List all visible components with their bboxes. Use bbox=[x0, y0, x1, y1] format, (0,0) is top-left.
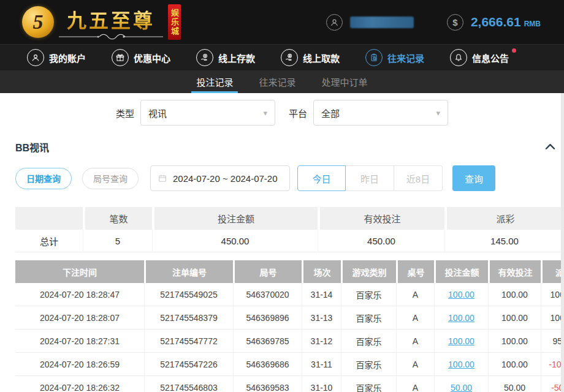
user-avatar-icon[interactable] bbox=[326, 14, 343, 31]
summary-header-row: 笔数 投注金额 有效投注 派彩 bbox=[15, 207, 564, 230]
col-order-id: 注单编号 bbox=[144, 260, 233, 283]
calendar-icon bbox=[158, 173, 167, 183]
nav-label: 信息公告 bbox=[472, 51, 509, 64]
bet-amount-link[interactable]: 50.00 bbox=[434, 376, 488, 392]
quick-today-button[interactable]: 今日 bbox=[297, 165, 346, 191]
wallet-balance[interactable]: 2,666.61 RMB bbox=[471, 15, 541, 29]
quick-range-group: 今日 昨日 近8日 bbox=[297, 165, 443, 191]
tab-label: 处理中订单 bbox=[322, 75, 368, 88]
main-nav: 我的账户 优惠中心 线上存款 线上取款 往来记录 bbox=[0, 44, 564, 70]
bet-amount-link[interactable]: 100.00 bbox=[434, 353, 488, 376]
nav-item-withdraw[interactable]: 线上取款 bbox=[281, 49, 340, 66]
date-range-input[interactable]: 2024-07-20 ~ 2024-07-20 bbox=[150, 165, 290, 191]
col-bet-amount: 投注金额 bbox=[434, 260, 488, 283]
nav-item-my-account[interactable]: 我的账户 bbox=[27, 49, 86, 66]
nav-label: 往来记录 bbox=[387, 51, 424, 64]
sub-tab-bar: 投注记录 往来记录 处理中订单 bbox=[0, 70, 564, 93]
summary-header-empty bbox=[15, 207, 83, 230]
summary-total-label: 总计 bbox=[15, 230, 83, 252]
table-row: 2024-07-20 18:28:07 521745548379 5463698… bbox=[15, 306, 564, 330]
nav-item-promotions[interactable]: 优惠中心 bbox=[112, 49, 170, 66]
round-query-button[interactable]: 局号查询 bbox=[82, 168, 139, 189]
platform-filter-label: 平台 bbox=[289, 107, 307, 119]
nav-label: 线上存款 bbox=[218, 51, 255, 64]
tab-transactions[interactable]: 往来记录 bbox=[256, 70, 298, 93]
records-header-row: 下注时间 注单编号 局号 场次 游戏类别 桌号 投注金额 有效投注 派彩 bbox=[15, 260, 564, 283]
username-redacted bbox=[350, 17, 414, 28]
type-select-value: 视讯 bbox=[148, 107, 167, 119]
col-game-type: 游戏类别 bbox=[341, 260, 396, 283]
flourish-ornament-icon bbox=[59, 34, 163, 40]
date-query-button[interactable]: 日期查询 bbox=[15, 168, 72, 189]
platform-select[interactable]: 全部 ▾ bbox=[313, 100, 448, 126]
filter-row: 类型 视讯 ▾ 平台 全部 ▾ bbox=[0, 93, 564, 126]
quick-yesterday-button[interactable]: 昨日 bbox=[346, 165, 394, 191]
summary-header-count: 笔数 bbox=[83, 207, 152, 230]
type-filter-label: 类型 bbox=[116, 107, 134, 119]
platform-select-value: 全部 bbox=[321, 107, 340, 119]
gift-icon bbox=[112, 49, 129, 66]
site-logo[interactable]: 5 九五至尊 娱乐城 bbox=[22, 4, 181, 40]
quick-8days-button[interactable]: 近8日 bbox=[394, 165, 443, 191]
collapse-chevron-up-icon[interactable] bbox=[545, 141, 555, 153]
records-icon bbox=[365, 49, 383, 66]
nav-item-deposit[interactable]: 线上存款 bbox=[196, 49, 255, 66]
section-title: BB视讯 bbox=[15, 140, 49, 154]
summary-header-payout: 派彩 bbox=[444, 207, 564, 230]
summary-header-bet-amount: 投注金额 bbox=[152, 207, 318, 230]
col-session: 场次 bbox=[302, 260, 341, 283]
table-row: 2024-07-20 18:28:47 521745549025 5463700… bbox=[15, 283, 564, 306]
tab-bet-records[interactable]: 投注记录 bbox=[194, 70, 235, 93]
bell-icon bbox=[450, 49, 467, 66]
query-toolbar: 日期查询 局号查询 2024-07-20 ~ 2024-07-20 今日 昨日 … bbox=[15, 165, 549, 191]
bet-amount-link[interactable]: 100.00 bbox=[434, 306, 488, 330]
withdraw-icon bbox=[281, 49, 298, 66]
table-row: 2024-07-20 18:26:59 521745547226 5463696… bbox=[15, 353, 564, 376]
col-table-no: 桌号 bbox=[396, 260, 434, 283]
tab-label: 往来记录 bbox=[259, 75, 295, 88]
balance-currency: RMB bbox=[524, 20, 541, 28]
caret-down-icon: ▾ bbox=[436, 108, 440, 118]
col-valid-bet: 有效投注 bbox=[488, 260, 541, 283]
brand-badge: 娱乐城 bbox=[168, 4, 181, 40]
nav-label: 优惠中心 bbox=[134, 51, 170, 64]
tab-label: 投注记录 bbox=[196, 75, 233, 88]
table-row: 2024-07-20 18:27:31 521745547772 5463697… bbox=[15, 330, 564, 353]
page: 5 九五至尊 娱乐城 $ 2,666.61 bbox=[0, 0, 564, 392]
balance-amount: 2,666.61 bbox=[471, 15, 521, 29]
col-round-id: 局号 bbox=[233, 260, 302, 283]
bet-amount-link[interactable]: 100.00 bbox=[434, 330, 488, 353]
nav-label: 线上取款 bbox=[303, 51, 340, 64]
top-bar: 5 九五至尊 娱乐城 $ 2,666.61 bbox=[0, 0, 564, 44]
summary-header-valid-bet: 有效投注 bbox=[318, 207, 444, 230]
notification-dot bbox=[512, 48, 516, 53]
summary-total-row: 总计 5 450.00 450.00 145.00 bbox=[15, 230, 564, 252]
table-row: 2024-07-20 18:26:32 521745546803 5463695… bbox=[15, 376, 564, 392]
brand-name: 九五至尊 bbox=[67, 5, 155, 33]
summary-total-valid: 450.00 bbox=[318, 230, 444, 252]
nav-label: 我的账户 bbox=[49, 51, 86, 64]
type-select[interactable]: 视讯 ▾ bbox=[140, 100, 275, 126]
tab-active-underline bbox=[191, 91, 238, 93]
search-button[interactable]: 查询 bbox=[452, 165, 495, 191]
bet-amount-link[interactable]: 100.00 bbox=[434, 283, 488, 306]
dollar-icon: $ bbox=[447, 14, 463, 31]
logo-coin-icon: 5 bbox=[22, 6, 54, 38]
summary-total-bet: 450.00 bbox=[152, 230, 318, 252]
date-range-value: 2024-07-20 ~ 2024-07-20 bbox=[173, 173, 278, 184]
records-table: 下注时间 注单编号 局号 场次 游戏类别 桌号 投注金额 有效投注 派彩 202… bbox=[15, 260, 564, 392]
summary-table: 笔数 投注金额 有效投注 派彩 总计 5 450.00 450.00 145.0… bbox=[15, 207, 564, 252]
section-header: BB视讯 bbox=[15, 140, 555, 154]
scrollbar-track[interactable] bbox=[561, 93, 564, 392]
deposit-icon bbox=[196, 49, 213, 66]
caret-down-icon: ▾ bbox=[263, 108, 267, 118]
nav-item-records[interactable]: 往来记录 bbox=[365, 49, 424, 66]
summary-total-count: 5 bbox=[83, 230, 152, 252]
user-icon bbox=[27, 49, 44, 66]
col-bet-time: 下注时间 bbox=[15, 260, 144, 283]
tab-pending-orders[interactable]: 处理中订单 bbox=[319, 70, 370, 93]
summary-total-payout: 145.00 bbox=[444, 230, 564, 252]
nav-item-announcements[interactable]: 信息公告 bbox=[450, 49, 509, 66]
